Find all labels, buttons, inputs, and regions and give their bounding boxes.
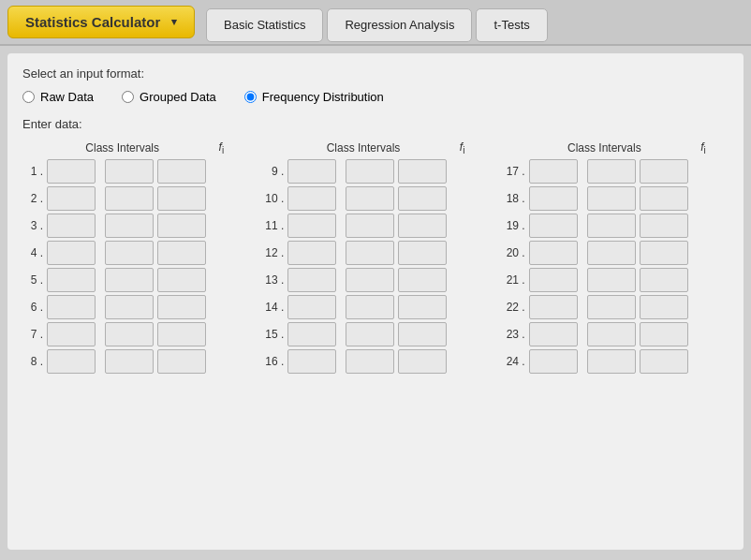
radio-freq-dist[interactable]: Frequency Distribution (244, 90, 384, 104)
fi-21[interactable] (640, 268, 688, 292)
ci-22-upper[interactable] (587, 295, 636, 319)
ci-7-lower[interactable] (47, 322, 96, 346)
fi-7[interactable] (157, 322, 206, 346)
format-section: Select an input format: Raw Data Grouped… (22, 66, 729, 104)
ci-16-upper[interactable] (346, 349, 394, 374)
ci-9-lower[interactable] (287, 159, 336, 184)
col-divider-2 (493, 140, 499, 376)
ci-21-lower[interactable] (529, 268, 578, 292)
app-title-button[interactable]: Statistics Calculator ▾ (7, 6, 195, 38)
ci-18-upper[interactable] (587, 186, 636, 211)
table-row: 4 . (22, 241, 246, 265)
ci-5-upper[interactable] (105, 268, 154, 292)
table-row: 16 . (263, 349, 487, 374)
ci-14-lower[interactable] (287, 295, 336, 319)
fi-15[interactable] (398, 322, 447, 346)
fi-6[interactable] (157, 295, 206, 319)
fi-18[interactable] (640, 186, 688, 211)
fi-5[interactable] (157, 268, 206, 292)
fi-4[interactable] (157, 241, 206, 265)
fi-12[interactable] (398, 241, 447, 265)
fi-2[interactable] (157, 186, 206, 211)
ci-21-upper[interactable] (587, 268, 636, 292)
ci-17-upper[interactable] (587, 159, 636, 184)
ci-20-lower[interactable] (529, 241, 578, 265)
table-row: 12 . (263, 241, 487, 265)
fi-11[interactable] (398, 214, 447, 238)
radio-raw-data-label: Raw Data (40, 90, 94, 104)
fi-16[interactable] (398, 349, 447, 374)
ci-4-lower[interactable] (47, 241, 96, 265)
ci-23-upper[interactable] (587, 322, 636, 346)
radio-group: Raw Data Grouped Data Frequency Distribu… (22, 90, 729, 104)
ci-4-upper[interactable] (105, 241, 154, 265)
ci-15-upper[interactable] (346, 322, 394, 346)
fi-9[interactable] (398, 159, 447, 184)
ci-19-upper[interactable] (587, 214, 636, 238)
ci-24-lower[interactable] (529, 349, 578, 374)
format-label: Select an input format: (22, 66, 729, 81)
fi-13[interactable] (398, 268, 447, 292)
ci-8-lower[interactable] (47, 349, 96, 374)
ci-8-upper[interactable] (105, 349, 154, 374)
ci-24-upper[interactable] (587, 349, 636, 374)
ci-1-lower[interactable] (47, 159, 96, 184)
radio-freq-dist-input[interactable] (244, 91, 257, 103)
enter-data-label: Enter data: (22, 117, 729, 131)
ci-3-lower[interactable] (47, 214, 96, 238)
ci-13-upper[interactable] (346, 268, 394, 292)
fi-14[interactable] (398, 295, 447, 319)
ci-5-lower[interactable] (47, 268, 96, 292)
ci-2-upper[interactable] (105, 186, 154, 211)
fi-1[interactable] (157, 159, 206, 184)
tab-basic-statistics[interactable]: Basic Statistics (206, 8, 323, 42)
radio-grouped-data[interactable]: Grouped Data (122, 90, 216, 104)
ci-10-upper[interactable] (346, 186, 394, 211)
ci-1-upper[interactable] (105, 159, 154, 184)
ci-11-lower[interactable] (287, 214, 336, 238)
ci-18-lower[interactable] (529, 186, 578, 211)
fi-22[interactable] (640, 295, 688, 319)
ci-10-lower[interactable] (287, 186, 336, 211)
tab-t-tests[interactable]: t-Tests (476, 8, 547, 42)
radio-grouped-data-label: Grouped Data (140, 90, 216, 104)
ci-20-upper[interactable] (587, 241, 636, 265)
main-content: Select an input format: Raw Data Grouped… (7, 53, 744, 550)
radio-raw-data[interactable]: Raw Data (22, 90, 94, 104)
radio-raw-data-input[interactable] (22, 91, 35, 103)
fi-24[interactable] (640, 349, 688, 374)
ci-16-lower[interactable] (287, 349, 336, 374)
fi-20[interactable] (640, 241, 688, 265)
ci-22-lower[interactable] (529, 295, 578, 319)
fi-23[interactable] (640, 322, 688, 346)
fi-8[interactable] (157, 349, 206, 374)
ci-9-upper[interactable] (346, 159, 394, 184)
ci-2-lower[interactable] (47, 186, 96, 211)
top-bar: Statistics Calculator ▾ Basic Statistics… (0, 0, 751, 46)
table-row: 5 . (22, 268, 246, 292)
ci-23-lower[interactable] (529, 322, 578, 346)
fi-10[interactable] (398, 186, 447, 211)
tab-regression-analysis[interactable]: Regression Analysis (327, 8, 472, 42)
ci-13-lower[interactable] (287, 268, 336, 292)
ci-6-upper[interactable] (105, 295, 154, 319)
ci-15-lower[interactable] (287, 322, 336, 346)
ci-12-lower[interactable] (287, 241, 336, 265)
radio-freq-dist-label: Frequency Distribution (262, 90, 384, 104)
ci-12-upper[interactable] (346, 241, 394, 265)
radio-grouped-data-input[interactable] (122, 91, 134, 103)
fi-3[interactable] (157, 214, 206, 238)
ci-17-lower[interactable] (529, 159, 578, 184)
ci-3-upper[interactable] (105, 214, 154, 238)
ci-11-upper[interactable] (346, 214, 394, 238)
ci-6-lower[interactable] (47, 295, 96, 319)
table-row: 11 . (263, 214, 487, 238)
fi-19[interactable] (640, 214, 688, 238)
column-group-3: Class Intervals fi 17 . 18 . 19 . (505, 140, 729, 376)
table-row: 6 . (22, 295, 246, 319)
ci-7-upper[interactable] (105, 322, 154, 346)
app-title-arrow: ▾ (171, 16, 177, 28)
ci-14-upper[interactable] (346, 295, 394, 319)
ci-19-lower[interactable] (529, 214, 578, 238)
fi-17[interactable] (640, 159, 688, 184)
